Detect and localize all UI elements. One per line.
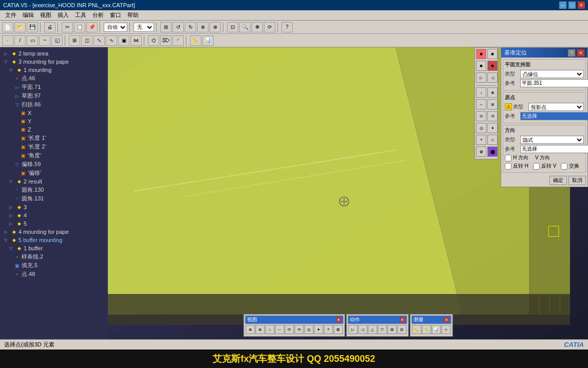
tree-item-sketch97[interactable]: ▷ 草图.97 [0,91,108,100]
nav-btn2[interactable]: ↺ [173,22,184,32]
vp-tool13[interactable]: ◎ [476,123,486,133]
copy-button[interactable]: 📋 [74,22,85,32]
vp-tool2[interactable]: ■ [487,49,498,59]
tree-item-fillet131[interactable]: ◜ 圆角.131 [0,194,108,203]
tree-item-y[interactable]: ▣ Y [0,117,108,125]
view-btn3[interactable]: ↕ [265,325,274,334]
rotate-btn[interactable]: ⟳ [264,22,275,32]
view-btn4[interactable]: ↔ [275,325,284,334]
tree-item-fill5[interactable]: ▣ 填充.5 [0,261,108,270]
tree-item-offset59[interactable]: ▽ 偏移.59 [0,160,108,169]
view-btn7[interactable]: ◎ [304,325,313,334]
vp-tool4[interactable]: ■ [487,61,498,71]
action-btn4[interactable]: ▽ [377,325,387,334]
dialog-help-button[interactable]: ? [568,49,575,57]
vp-tool12[interactable]: ⟲ [487,111,498,121]
dialog-cancel-button[interactable]: 取消 [568,176,586,185]
vp-tool1[interactable]: ■ [476,49,486,59]
menu-view[interactable]: 视图 [37,11,54,19]
mode-dropdown[interactable]: 自动 [104,23,127,32]
zoom-fit[interactable]: ⊡ [227,22,238,32]
trim-btn[interactable]: ⌬ [148,35,159,46]
vp-tool10[interactable]: ⊗ [487,99,498,109]
paste-button[interactable]: 📌 [86,22,98,32]
join-btn[interactable]: ⊞ [69,35,80,46]
dir-type-select[interactable]: 隐式 [520,136,584,144]
tree-item-4mounting[interactable]: ▷ ◆ 4 mounting for pape [0,228,108,236]
reverse-h-check[interactable] [505,163,511,170]
split-btn[interactable]: ⌦ [160,35,172,46]
view-btn5[interactable]: ⟳ [284,325,294,334]
analyze-btn[interactable]: 📊 [202,35,214,46]
h-direction-check[interactable] [505,155,511,161]
action-close[interactable]: ✕ [400,317,405,322]
view-close[interactable]: ✕ [336,317,341,322]
curve-btn[interactable]: ~ [39,35,50,46]
menu-file[interactable]: 文件 [2,11,20,19]
action-btn5[interactable]: ⊞ [387,325,396,334]
tree-item-plane71[interactable]: ▭ 平面.71 [0,83,108,91]
minimize-button[interactable]: ─ [559,2,566,9]
measure-close[interactable]: ✕ [444,317,449,322]
dialog-ok-button[interactable]: 确定 [549,176,567,185]
measure-btn1[interactable]: 📐 [412,325,421,334]
tree-item-3mounting[interactable]: ▽ ◆ 3 mounting for pape [0,58,108,66]
view-btn10[interactable]: ✿ [333,325,343,334]
restore-button[interactable]: □ [568,2,576,9]
tree-item-3[interactable]: ▷ ◆ 3 [0,203,108,211]
vp-tool6[interactable]: ◁ [487,72,498,83]
action-btn2[interactable]: ◁ [358,325,367,334]
vp-tool9[interactable]: ↔ [476,99,486,109]
save-button[interactable]: 💾 [27,22,38,32]
tree-item-spline2[interactable]: ~ 样条线.2 [0,252,108,261]
nav-btn4[interactable]: ⊕ [197,22,208,32]
cut-button[interactable]: ✂ [62,22,73,32]
tree-item-1buffer[interactable]: ▽ ◆ 1 buffer [0,244,108,252]
open-button[interactable]: 📂 [14,22,26,32]
tree-item-5[interactable]: ▷ ◆ 5 [0,219,108,228]
pan-btn[interactable]: ✥ [252,22,263,32]
tree-item-sweep86[interactable]: ▽ 扫掠.86 [0,100,108,109]
vp-tool11[interactable]: ⟳ [476,111,486,121]
tree-item-fillet130[interactable]: ◜ 圆角.130 [0,186,108,194]
vp-tool8[interactable]: ⊕ [487,87,498,98]
menu-window[interactable]: 窗口 [107,11,124,19]
tree-item-1mounting[interactable]: ▽ ◆ 1 mounting [0,66,108,74]
view-btn2[interactable]: ⊗ [255,325,264,334]
vp-tool7[interactable]: ↕ [476,87,486,98]
tree-item-lamp-area[interactable]: ▷ ◆ 2 lamp area [0,49,108,58]
surface-ref-input[interactable] [520,79,588,87]
tree-item-pt46[interactable]: • 点.46 [0,74,108,83]
menu-tools[interactable]: 工具 [72,11,89,19]
filter-dropdown[interactable]: 无 [134,23,154,32]
close-button[interactable]: ✕ [578,2,585,9]
measure-btn2[interactable]: 📏 [422,325,431,334]
tree-item-5buffer[interactable]: ▽ ◆ 5 buffer mounting [0,236,108,244]
print-button[interactable]: 🖨 [44,22,55,32]
fill-btn[interactable]: ▣ [118,35,129,46]
tree-item-4[interactable]: ▷ ◆ 4 [0,211,108,219]
nav-btn1[interactable]: ⊞ [160,22,172,32]
zoom-in[interactable]: 🔍 [239,22,251,32]
view-btn9[interactable]: ⌖ [324,325,333,334]
sweep-btn[interactable]: ∿ [106,35,117,46]
help-button[interactable]: ? [281,22,293,32]
nav-btn5[interactable]: ⊗ [210,22,221,32]
offset-btn[interactable]: ⤡ [93,35,105,46]
view-btn6[interactable]: ⟲ [294,325,304,334]
vp-tool14[interactable]: ✦ [487,123,498,133]
plane-btn[interactable]: ▭ [27,35,38,46]
vp-tool15[interactable]: ⌖ [476,135,486,145]
measure-btn[interactable]: 📐 [190,35,201,46]
point-btn[interactable]: · [2,35,13,46]
tree-item-len2[interactable]: ▣ '长度 2' [0,142,108,151]
origin-ref-input[interactable] [520,112,588,120]
viewport[interactable]: ■ ■ ■ ■ ▷ ◁ ↕ ⊕ ↔ ⊗ ⟳ ⟲ [108,47,588,339]
action-btn1[interactable]: ▷ [348,325,357,334]
dialog-close-button[interactable]: ✕ [577,49,584,57]
new-button[interactable]: 📄 [2,22,13,32]
origin-type-select[interactable]: 投影点 [528,103,584,111]
action-btn3[interactable]: △ [368,325,377,334]
tree-item-x[interactable]: ▣ X [0,109,108,117]
vp-tool17[interactable]: ✿ [476,146,486,157]
